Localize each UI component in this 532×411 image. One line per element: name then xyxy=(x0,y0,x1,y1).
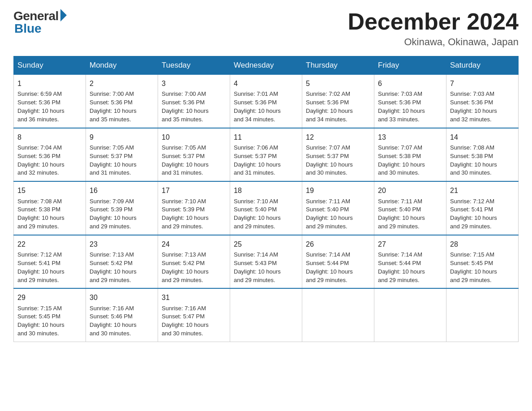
daylight-label: Daylight: 10 hoursand 29 minutes. xyxy=(378,268,425,283)
sunset-label: Sunset: 5:44 PM xyxy=(378,260,421,266)
daylight-label: Daylight: 10 hoursand 29 minutes. xyxy=(162,214,209,230)
calendar-week-row: 8 Sunrise: 7:04 AM Sunset: 5:36 PM Dayli… xyxy=(14,128,519,182)
sunrise-label: Sunrise: 7:01 AM xyxy=(234,90,278,97)
sunset-label: Sunset: 5:40 PM xyxy=(378,206,421,213)
daylight-label: Daylight: 10 hoursand 30 minutes. xyxy=(378,161,425,176)
day-number: 12 xyxy=(306,132,370,142)
sunset-label: Sunset: 5:37 PM xyxy=(90,153,133,159)
calendar-cell: 14 Sunrise: 7:08 AM Sunset: 5:38 PM Dayl… xyxy=(446,128,519,182)
calendar-cell: 21 Sunrise: 7:12 AM Sunset: 5:41 PM Dayl… xyxy=(446,181,519,235)
sunset-label: Sunset: 5:45 PM xyxy=(450,260,493,266)
daylight-label: Daylight: 10 hoursand 36 minutes. xyxy=(17,107,64,123)
calendar-cell: 8 Sunrise: 7:04 AM Sunset: 5:36 PM Dayli… xyxy=(14,128,86,182)
calendar-cell: 20 Sunrise: 7:11 AM Sunset: 5:40 PM Dayl… xyxy=(374,181,446,235)
sunset-label: Sunset: 5:47 PM xyxy=(162,313,205,320)
sunset-label: Sunset: 5:39 PM xyxy=(162,206,205,213)
daylight-label: Daylight: 10 hoursand 30 minutes. xyxy=(90,321,137,337)
sunrise-label: Sunrise: 7:10 AM xyxy=(162,198,206,205)
day-number: 25 xyxy=(234,239,298,249)
calendar-cell: 2 Sunrise: 7:00 AM Sunset: 5:36 PM Dayli… xyxy=(86,75,158,128)
col-tuesday: Tuesday xyxy=(158,56,230,75)
col-saturday: Saturday xyxy=(446,56,519,75)
daylight-label: Daylight: 10 hoursand 29 minutes. xyxy=(234,268,281,283)
daylight-label: Daylight: 10 hoursand 31 minutes. xyxy=(90,161,137,176)
sunset-label: Sunset: 5:38 PM xyxy=(17,206,60,213)
logo: General Blue xyxy=(13,9,67,36)
daylight-label: Daylight: 10 hoursand 29 minutes. xyxy=(306,268,353,283)
sunset-label: Sunset: 5:36 PM xyxy=(162,99,205,106)
day-number: 15 xyxy=(17,185,82,196)
calendar-cell: 12 Sunrise: 7:07 AM Sunset: 5:37 PM Dayl… xyxy=(302,128,374,182)
sunset-label: Sunset: 5:36 PM xyxy=(90,99,133,106)
calendar-cell: 9 Sunrise: 7:05 AM Sunset: 5:37 PM Dayli… xyxy=(86,128,158,182)
sunset-label: Sunset: 5:46 PM xyxy=(90,313,133,320)
day-number: 6 xyxy=(378,78,442,89)
sunrise-label: Sunrise: 7:16 AM xyxy=(162,305,206,312)
sunrise-label: Sunrise: 7:14 AM xyxy=(234,251,278,258)
sunrise-label: Sunrise: 7:03 AM xyxy=(378,90,422,97)
day-number: 28 xyxy=(450,239,515,249)
col-monday: Monday xyxy=(86,56,158,75)
logo-blue-text: Blue xyxy=(13,21,42,36)
sunset-label: Sunset: 5:45 PM xyxy=(17,313,60,320)
title-block: December 2024 Okinawa, Okinawa, Japan xyxy=(348,9,519,48)
sunset-label: Sunset: 5:36 PM xyxy=(234,99,277,106)
day-number: 13 xyxy=(378,132,442,142)
sunset-label: Sunset: 5:42 PM xyxy=(90,260,133,266)
daylight-label: Daylight: 10 hoursand 34 minutes. xyxy=(234,107,281,123)
day-number: 31 xyxy=(162,292,226,303)
calendar-cell: 23 Sunrise: 7:13 AM Sunset: 5:42 PM Dayl… xyxy=(86,235,158,289)
sunrise-label: Sunrise: 7:03 AM xyxy=(450,90,494,97)
daylight-label: Daylight: 10 hoursand 30 minutes. xyxy=(306,161,353,176)
sunset-label: Sunset: 5:38 PM xyxy=(450,153,493,159)
calendar-cell: 25 Sunrise: 7:14 AM Sunset: 5:43 PM Dayl… xyxy=(230,235,302,289)
day-number: 24 xyxy=(162,239,226,249)
calendar-week-row: 15 Sunrise: 7:08 AM Sunset: 5:38 PM Dayl… xyxy=(14,181,519,235)
sunset-label: Sunset: 5:36 PM xyxy=(378,99,421,106)
calendar-week-row: 22 Sunrise: 7:12 AM Sunset: 5:41 PM Dayl… xyxy=(14,235,519,289)
day-number: 18 xyxy=(234,185,298,196)
sunset-label: Sunset: 5:38 PM xyxy=(378,153,421,159)
calendar-cell: 15 Sunrise: 7:08 AM Sunset: 5:38 PM Dayl… xyxy=(14,181,86,235)
daylight-label: Daylight: 10 hoursand 34 minutes. xyxy=(306,107,353,123)
sunrise-label: Sunrise: 7:11 AM xyxy=(378,198,422,205)
day-number: 22 xyxy=(17,239,82,249)
day-number: 9 xyxy=(90,132,154,142)
calendar-cell: 24 Sunrise: 7:13 AM Sunset: 5:42 PM Dayl… xyxy=(158,235,230,289)
day-number: 17 xyxy=(162,185,226,196)
day-number: 16 xyxy=(90,185,154,196)
sunrise-label: Sunrise: 7:15 AM xyxy=(17,305,62,312)
day-number: 20 xyxy=(378,185,442,196)
col-friday: Friday xyxy=(374,56,446,75)
sunrise-label: Sunrise: 7:16 AM xyxy=(90,305,134,312)
col-sunday: Sunday xyxy=(14,56,86,75)
calendar-week-row: 1 Sunrise: 6:59 AM Sunset: 5:36 PM Dayli… xyxy=(14,75,519,128)
calendar-cell: 3 Sunrise: 7:00 AM Sunset: 5:36 PM Dayli… xyxy=(158,75,230,128)
sunrise-label: Sunrise: 7:09 AM xyxy=(90,198,134,205)
daylight-label: Daylight: 10 hoursand 29 minutes. xyxy=(450,214,497,230)
sunrise-label: Sunrise: 7:13 AM xyxy=(90,251,134,258)
sunset-label: Sunset: 5:36 PM xyxy=(17,153,60,159)
sunrise-label: Sunrise: 7:00 AM xyxy=(90,90,134,97)
day-number: 26 xyxy=(306,239,370,249)
sunrise-label: Sunrise: 7:13 AM xyxy=(162,251,206,258)
calendar-cell: 28 Sunrise: 7:15 AM Sunset: 5:45 PM Dayl… xyxy=(446,235,519,289)
calendar-cell: 10 Sunrise: 7:05 AM Sunset: 5:37 PM Dayl… xyxy=(158,128,230,182)
calendar-cell: 6 Sunrise: 7:03 AM Sunset: 5:36 PM Dayli… xyxy=(374,75,446,128)
sunrise-label: Sunrise: 7:06 AM xyxy=(234,144,278,151)
daylight-label: Daylight: 10 hoursand 35 minutes. xyxy=(162,107,209,123)
day-number: 2 xyxy=(90,78,154,89)
sunrise-label: Sunrise: 7:05 AM xyxy=(90,144,134,151)
sunset-label: Sunset: 5:40 PM xyxy=(234,206,277,213)
sunrise-label: Sunrise: 7:14 AM xyxy=(378,251,422,258)
day-number: 7 xyxy=(450,78,515,89)
month-title: December 2024 xyxy=(348,9,519,34)
sunrise-label: Sunrise: 7:07 AM xyxy=(306,144,350,151)
sunrise-label: Sunrise: 7:07 AM xyxy=(378,144,422,151)
daylight-label: Daylight: 10 hoursand 30 minutes. xyxy=(450,161,497,176)
col-thursday: Thursday xyxy=(302,56,374,75)
sunset-label: Sunset: 5:41 PM xyxy=(17,260,60,266)
sunrise-label: Sunrise: 7:08 AM xyxy=(450,144,494,151)
sunrise-label: Sunrise: 7:11 AM xyxy=(306,198,350,205)
calendar-cell: 7 Sunrise: 7:03 AM Sunset: 5:36 PM Dayli… xyxy=(446,75,519,128)
